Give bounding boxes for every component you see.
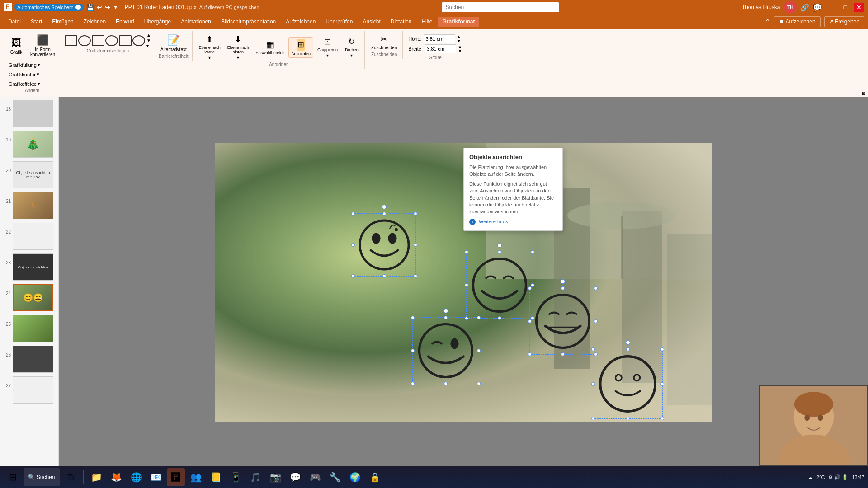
format-preset-2[interactable] — [78, 35, 91, 46]
search-input[interactable] — [442, 2, 559, 12]
handle-bm-1[interactable] — [382, 274, 386, 278]
app1-button[interactable]: 📱 — [226, 468, 245, 486]
user-avatar[interactable]: TH — [784, 1, 797, 14]
share-icon[interactable]: 🔗 — [800, 3, 809, 12]
hoehe-up[interactable]: ▲ — [457, 34, 461, 39]
handle-bl-5[interactable] — [591, 417, 595, 420]
handle-bl-3[interactable] — [528, 352, 532, 356]
menu-aufzeichnen[interactable]: Aufzeichnen — [281, 17, 320, 27]
handle-mr-2[interactable] — [531, 283, 534, 287]
ebene-nach-vorne-button[interactable]: ⬆ Ebene nachvorne ▾ — [196, 33, 223, 62]
handle-bm-4[interactable] — [444, 382, 448, 385]
breite-input[interactable] — [425, 44, 456, 53]
formatvorlagen-scroll-down[interactable]: ▼ — [146, 38, 151, 43]
handle-mr-5[interactable] — [660, 382, 664, 386]
taskview-button[interactable]: ⧉ — [61, 468, 80, 486]
aufzeichnen-button[interactable]: ⏺ Aufzeichnen — [774, 16, 821, 27]
rotate-handle-4[interactable] — [443, 309, 448, 313]
menu-entwurf[interactable]: Entwurf — [111, 17, 139, 27]
format-preset-1[interactable] — [65, 35, 77, 46]
ausrichten-button[interactable]: ⊞ Ausrichten — [288, 37, 313, 58]
app7-button[interactable]: 🌍 — [346, 468, 364, 486]
handle-mr-1[interactable] — [414, 243, 417, 247]
powerpoint-taskbar-button[interactable]: 🅿 — [167, 468, 185, 486]
windows-button[interactable]: ⊞ — [4, 468, 22, 486]
system-tray[interactable]: ⚙ 🔊 🔋 — [828, 474, 848, 480]
handle-br-4[interactable] — [477, 382, 481, 385]
groesse-launcher[interactable]: ⊡ — [862, 91, 865, 96]
handle-br-5[interactable] — [660, 417, 664, 420]
handle-tm-2[interactable] — [498, 250, 501, 254]
rotate-handle-1[interactable] — [382, 205, 387, 209]
canvas-area[interactable]: Objekte ausrichten Die Platzierung Ihrer… — [59, 97, 868, 469]
inform-konvertieren-button[interactable]: ⬛ In Formkonvertieren — [28, 33, 58, 59]
app3-button[interactable]: 📷 — [266, 468, 284, 486]
toolbar-redo-icon[interactable]: ↪ — [105, 4, 110, 11]
menu-einfuegen[interactable]: Einfügen — [47, 17, 78, 27]
emoji-container-1[interactable] — [353, 213, 416, 277]
slide-thumb-26[interactable]: 26 — [2, 345, 57, 374]
slide-canvas[interactable]: Objekte ausrichten Die Platzierung Ihrer… — [215, 143, 712, 422]
handle-tl-1[interactable] — [351, 212, 355, 216]
app5-button[interactable]: 🎮 — [306, 468, 324, 486]
handle-tl-3[interactable] — [528, 286, 532, 290]
rotate-handle-3[interactable] — [561, 279, 565, 284]
menu-hilfe[interactable]: Hilfe — [417, 17, 437, 27]
alternativtext-button[interactable]: 📝 Alternativtext — [158, 33, 189, 54]
toolbar-more-icon[interactable]: ▼ — [113, 4, 118, 10]
toolbar-undo-icon[interactable]: ↩ — [97, 4, 102, 11]
menu-ansicht[interactable]: Ansicht — [358, 17, 385, 27]
gruppieren-button[interactable]: ⊡ Gruppieren ▾ — [315, 35, 340, 60]
zuschneiden-button[interactable]: ✂ Zuschneiden — [368, 33, 400, 52]
breite-down[interactable]: ▼ — [458, 49, 462, 53]
grafikkontur-dropdown[interactable]: Grafikkontur ▾ — [6, 70, 58, 79]
grafikfuellung-dropdown[interactable]: Grafikfüllung ▾ — [6, 61, 58, 69]
auswahlbereich-button[interactable]: ▦ Auswahlbereich — [253, 38, 288, 57]
slide-thumb-24[interactable]: 24 😊😄 — [2, 283, 57, 312]
format-preset-4[interactable] — [105, 35, 118, 46]
format-preset-6[interactable] — [132, 35, 145, 46]
handle-bm-3[interactable] — [561, 352, 565, 356]
handle-tr-4[interactable] — [477, 316, 481, 319]
app2-button[interactable]: 🎵 — [246, 468, 264, 486]
emoji-container-4[interactable] — [412, 317, 479, 384]
tooltip-link[interactable]: i Weitere Infos — [469, 219, 508, 224]
handle-mr-3[interactable] — [594, 319, 598, 323]
minimize-button[interactable]: — — [826, 3, 837, 12]
handle-tm-5[interactable] — [626, 347, 630, 351]
handle-tm-4[interactable] — [444, 316, 448, 319]
menu-datei[interactable]: Datei — [4, 17, 25, 27]
maximize-button[interactable]: □ — [841, 3, 850, 12]
outlook-button[interactable]: 📧 — [147, 468, 165, 486]
onenote-button[interactable]: 📒 — [207, 468, 225, 486]
handle-br-1[interactable] — [414, 274, 417, 278]
slide-thumb-21[interactable]: 21 🦒 — [2, 191, 57, 220]
handle-tm-1[interactable] — [382, 212, 386, 216]
rotate-handle-5[interactable] — [626, 340, 630, 345]
app4-button[interactable]: 💬 — [286, 468, 304, 486]
menu-start[interactable]: Start — [26, 17, 47, 27]
handle-bl-4[interactable] — [411, 382, 415, 385]
comments-icon[interactable]: 💬 — [813, 3, 822, 12]
handle-bm-5[interactable] — [626, 417, 630, 420]
toolbar-save-icon[interactable]: 💾 — [86, 4, 94, 11]
chrome-button[interactable]: 🌐 — [127, 468, 145, 486]
teams-button[interactable]: 👥 — [187, 468, 205, 486]
slide-thumb-20[interactable]: 20 Objekte ausrichtenmit Box — [2, 160, 57, 189]
autosave-toggle[interactable]: Automatisches Speichern — [14, 4, 84, 11]
drehen-button[interactable]: ↻ Drehen ▾ — [342, 35, 362, 60]
close-button[interactable]: ✕ — [854, 3, 864, 12]
handle-tr-3[interactable] — [594, 286, 598, 290]
breite-up[interactable]: ▲ — [458, 44, 462, 49]
slide-thumb-19[interactable]: 19 🎄 — [2, 130, 57, 159]
handle-ml-5[interactable] — [591, 382, 595, 386]
menu-animationen[interactable]: Animationen — [176, 17, 216, 27]
slide-thumb-27[interactable]: 27 — [2, 375, 57, 404]
handle-tr-2[interactable] — [531, 250, 534, 254]
menu-bildschirmpraesentaion[interactable]: Bildschirmpräsentation — [217, 17, 280, 27]
ribbon-collapse-icon[interactable]: ⌃ — [764, 18, 770, 26]
firefox-button[interactable]: 🦊 — [107, 468, 125, 486]
search-taskbar-button[interactable]: 🔍 Suchen — [24, 468, 60, 486]
handle-ml-1[interactable] — [351, 243, 355, 247]
formatvorlagen-expand[interactable]: ▾ — [146, 43, 151, 48]
